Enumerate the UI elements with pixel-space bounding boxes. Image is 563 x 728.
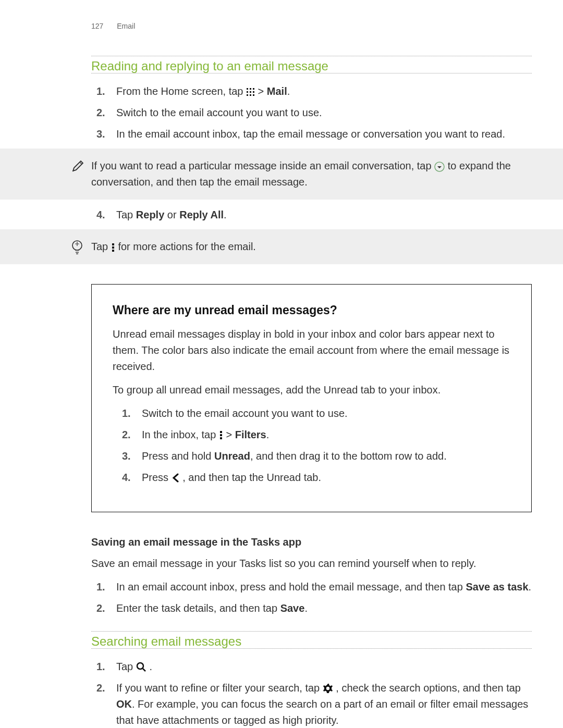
box-title: Where are my unread email messages? [113,301,510,320]
step-number: 2. [96,105,105,121]
box-paragraph: Unread email messages display in bold in… [113,326,510,375]
list-item: 2. Enter the task details, and then tap … [112,600,532,616]
reply-label: Reply [136,209,164,220]
steps-list-cont: 4. Tap Reply or Reply All. [91,207,532,223]
step-text: or [164,209,179,220]
lightbulb-icon [70,240,84,255]
step-text: If you want to refine or filter your sea… [116,682,323,694]
search-icon [136,662,146,672]
step-number: 2. [96,680,105,696]
save-label: Save [280,602,305,614]
filters-label: Filters [235,429,266,440]
info-box: Where are my unread email messages? Unre… [91,284,532,512]
step-text: Tap [116,209,136,220]
svg-rect-8 [253,94,254,96]
list-item: 1. Switch to the email account you want … [138,405,510,422]
ok-label: OK [116,698,132,710]
svg-rect-7 [250,94,251,96]
box-steps: 1. Switch to the email account you want … [113,405,510,486]
step-text: . [287,85,290,97]
step-text: . [149,661,152,672]
section-name: Email [117,22,135,30]
list-item: 2. In the inbox, tap > Filters. [138,427,510,443]
step-text: . [304,602,308,614]
list-item: 2. Switch to the email account you want … [112,105,532,121]
page-number: 127 [91,22,103,30]
section-title-wrap: Reading and replying to an email message [91,56,532,76]
step-text: . [529,581,532,593]
list-item: 4. Tap Reply or Reply All. [112,207,532,223]
step-text: . For example, you can focus the search … [116,698,528,726]
list-item: 1. From the Home screen, tap > Mail. [112,83,532,100]
step-number: 1. [122,405,131,422]
step-number: 3. [96,126,105,142]
section-content: 1. From the Home screen, tap > Mail. 2. … [91,83,532,142]
svg-rect-16 [220,437,222,439]
list-item: 4. Press , and then tap the Unread tab. [138,470,510,486]
reply-all-label: Reply All [179,209,224,220]
dotted-divider [91,648,532,649]
step-text: . [224,209,227,220]
overflow-menu-icon [111,243,115,252]
saving-steps: 1. In an email account inbox, press and … [91,579,532,616]
section-title-wrap: Searching email messages [91,631,532,651]
step-text: Switch to the email account you want to … [116,107,322,118]
step-number: 3. [122,448,131,464]
step-text: Enter the task details, and then tap [116,602,280,614]
section-content: 1. Tap . 2. If you want to refine or fil… [91,659,532,728]
list-item: 3. Press and hold Unread, and then drag … [138,448,510,464]
apps-grid-icon [246,88,255,96]
steps-list: 1. From the Home screen, tap > Mail. 2. … [91,83,532,142]
list-item: 2. If you want to refine or filter your … [112,680,532,728]
step-text: Tap [116,661,136,672]
step-text: Press and hold [142,450,214,462]
step-number: 2. [96,600,105,616]
dotted-divider [91,73,532,73]
save-as-task-label: Save as task [466,581,528,593]
overflow-menu-icon [219,430,223,440]
sub-heading: Saving an email message in the Tasks app [91,534,532,550]
step-text: . [266,429,270,440]
step-text: Press [142,472,172,483]
step-text: > [258,85,267,97]
step-number: 1. [96,579,105,595]
svg-rect-1 [250,88,251,90]
svg-rect-6 [247,94,248,96]
step-text: , check the search options, and then tap [336,682,521,694]
tip-text: for more actions for the email. [118,241,256,252]
tip-callout: Tap for more actions for the email. [0,229,563,264]
search-steps: 1. Tap . 2. If you want to refine or fil… [91,659,532,728]
step-text: From the Home screen, tap [116,85,243,97]
svg-rect-0 [247,88,248,90]
svg-rect-5 [253,91,254,93]
step-number: 2. [122,427,131,443]
step-number: 1. [96,83,105,100]
svg-rect-13 [112,250,114,252]
step-text: In an email account inbox, press and hol… [116,581,466,593]
section-content: 4. Tap Reply or Reply All. [91,207,532,223]
svg-rect-2 [253,88,254,90]
svg-point-19 [326,687,329,690]
box-paragraph: To group all unread email messages, add … [113,382,510,398]
step-text: Switch to the email account you want to … [142,408,348,419]
pencil-icon [70,159,85,174]
gear-icon [323,683,333,694]
mail-label: Mail [267,85,287,97]
unread-label: Unread [214,450,250,462]
step-number: 1. [96,659,105,675]
saving-content: 1. In an email account inbox, press and … [91,579,532,616]
step-text: In the email account inbox, tap the emai… [116,128,505,140]
tip-text: Tap [91,241,111,252]
note-callout: If you want to read a particular message… [0,149,563,200]
svg-point-17 [137,663,143,669]
step-number: 4. [96,207,105,223]
svg-rect-15 [220,434,222,436]
step-text: In the inbox, tap [142,429,219,440]
note-text: If you want to read a particular message… [91,160,434,171]
back-icon [172,473,180,483]
step-text: , and then drag it to the bottom row to … [250,450,447,462]
step-number: 4. [122,470,131,486]
svg-rect-14 [220,431,222,433]
page-header: 127 Email [0,21,563,32]
svg-rect-12 [112,246,114,249]
